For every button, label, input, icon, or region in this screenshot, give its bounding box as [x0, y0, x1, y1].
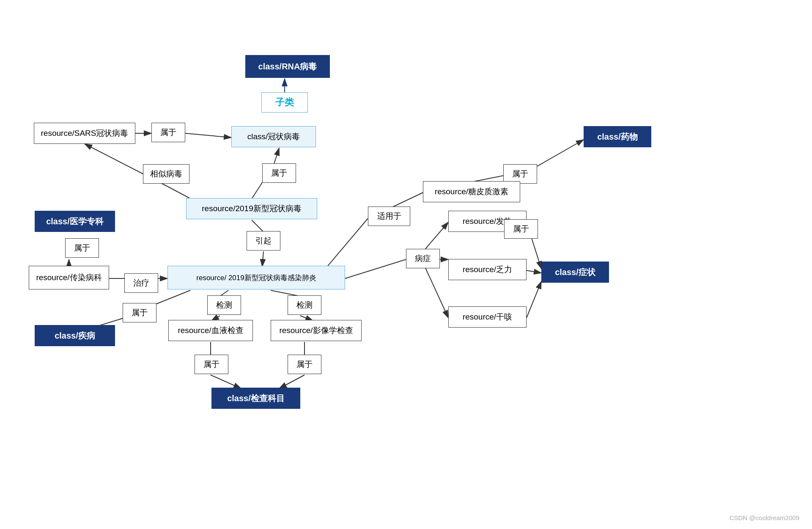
watermark: CSDN @cooldream2009 [730, 514, 799, 521]
node-fatigue: resource/乏力 [448, 259, 527, 280]
node-treats: 治疗 [124, 273, 158, 293]
node-subclass: 子类 [261, 92, 308, 113]
node-applies-to: 适用于 [368, 207, 410, 226]
node-glucocorticoid: resource/糖皮质激素 [423, 181, 520, 202]
node-belongs-to-dis: 属于 [123, 303, 156, 322]
svg-line-27 [423, 222, 448, 252]
node-similar-virus: 相似病毒 [143, 164, 189, 184]
node-coronavirus-class: class/冠状病毒 [231, 126, 316, 147]
node-infectious-dept: resource/传染病科 [29, 266, 109, 289]
svg-line-33 [537, 140, 584, 166]
node-detection2: 检测 [288, 295, 321, 315]
node-blood-test: resource/血液检查 [168, 320, 253, 341]
svg-line-4 [185, 133, 231, 138]
node-covid19-disease: resource/ 2019新型冠状病毒感染肺炎 [167, 266, 345, 289]
svg-line-10 [262, 251, 263, 267]
node-exam-class: class/检查科目 [211, 388, 300, 409]
diagram-container: class/RNA病毒 子类 class/冠状病毒 resource/SARS冠… [0, 0, 812, 529]
node-drug-class: class/药物 [584, 126, 651, 147]
node-belongs-to-corona: 属于 [262, 163, 296, 183]
svg-line-24 [279, 375, 304, 388]
svg-line-15 [156, 290, 190, 304]
node-belongs-blood: 属于 [195, 355, 228, 374]
node-rna-virus: class/RNA病毒 [245, 55, 330, 78]
node-sars: resource/SARS冠状病毒 [34, 123, 135, 144]
node-belongs-imaging: 属于 [288, 355, 321, 374]
svg-line-31 [527, 281, 541, 318]
node-symptoms-class: class/症状 [541, 262, 609, 283]
svg-line-5 [167, 186, 189, 198]
svg-line-25 [345, 259, 406, 278]
svg-line-30 [527, 270, 541, 273]
node-symptoms-rel: 病症 [406, 249, 440, 268]
svg-line-22 [211, 375, 241, 388]
node-medical-class: class/医学专科 [35, 211, 115, 232]
node-belongs-to-med: 属于 [65, 238, 99, 258]
node-causes: 引起 [247, 231, 280, 251]
svg-line-8 [274, 148, 279, 165]
node-covid19-virus: resource/2019新型冠状病毒 [186, 198, 317, 219]
svg-line-9 [252, 220, 263, 232]
node-detection1: 检测 [207, 295, 241, 315]
node-belongs-fever: 属于 [504, 219, 538, 239]
node-dry-cough: resource/干咳 [448, 306, 527, 328]
node-disease-class: class/疾病 [35, 325, 115, 346]
node-belongs-to-sars: 属于 [151, 123, 185, 142]
node-imaging-test: resource/影像学检查 [271, 320, 362, 341]
svg-line-28 [423, 262, 448, 318]
